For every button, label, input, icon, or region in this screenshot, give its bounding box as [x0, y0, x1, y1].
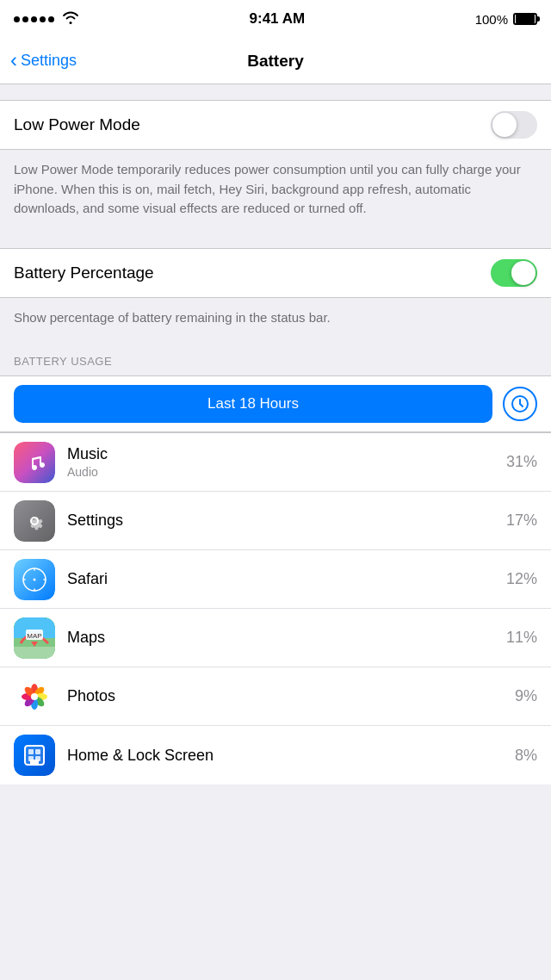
- list-item[interactable]: Home & Lock Screen 8%: [0, 726, 551, 785]
- app-percentage: 31%: [506, 453, 537, 471]
- status-right: 100%: [475, 12, 537, 27]
- app-name: Safari: [67, 570, 506, 588]
- signal-dot-2: [22, 16, 28, 22]
- safari-app-icon: [14, 559, 55, 600]
- app-percentage: 12%: [506, 570, 537, 588]
- svg-point-20: [31, 693, 38, 700]
- svg-text:MAP: MAP: [27, 632, 41, 640]
- clock-icon[interactable]: [503, 387, 537, 421]
- music-app-icon: [14, 442, 55, 483]
- home-lock-app-icon: [14, 735, 55, 776]
- app-name: Photos: [67, 687, 515, 705]
- battery-usage-header: Battery Usage: [0, 341, 551, 375]
- toggle-knob: [492, 113, 517, 137]
- last-18-hours-button[interactable]: Last 18 Hours: [14, 385, 492, 423]
- list-item[interactable]: Music Audio 31%: [0, 433, 551, 492]
- battery-percentage-toggle[interactable]: [491, 259, 537, 287]
- low-power-mode-section: Low Power Mode: [0, 100, 551, 150]
- app-name: Home & Lock Screen: [67, 747, 515, 765]
- battery-percentage-section: Battery Percentage: [0, 248, 551, 298]
- signal-dot-1: [14, 16, 20, 22]
- wifi-icon: [62, 10, 79, 28]
- battery-percentage-description-block: Show percentage of battery remaining in …: [0, 298, 551, 342]
- list-item[interactable]: MAP Maps 11%: [0, 609, 551, 667]
- low-power-description-block: Low Power Mode temporarily reduces power…: [0, 150, 551, 233]
- battery-percentage-label: Battery Percentage: [14, 264, 154, 282]
- battery-icon: [513, 13, 537, 25]
- battery-fill: [516, 15, 535, 23]
- chevron-left-icon: ‹: [10, 50, 17, 71]
- app-percentage: 11%: [506, 629, 537, 647]
- section-gap-2: [0, 233, 551, 248]
- app-info: Safari: [67, 570, 506, 588]
- svg-point-4: [34, 578, 36, 580]
- time-selector-row: Last 18 Hours: [0, 375, 551, 432]
- section-gap-1: [0, 84, 551, 100]
- status-left: [14, 10, 79, 28]
- app-name: Settings: [67, 512, 506, 530]
- app-percentage: 8%: [515, 747, 537, 765]
- photos-app-icon: [14, 676, 55, 717]
- svg-rect-23: [35, 749, 40, 754]
- app-list: Music Audio 31% Settings 17%: [0, 432, 551, 785]
- app-name: Maps: [67, 629, 506, 647]
- app-percentage: 9%: [515, 687, 537, 705]
- app-info: Home & Lock Screen: [67, 747, 515, 765]
- page-title: Battery: [247, 52, 303, 71]
- app-info: Photos: [67, 687, 515, 705]
- app-name: Music: [67, 445, 506, 463]
- toggle-knob-2: [511, 261, 536, 285]
- navigation-bar: ‹ Settings Battery: [0, 38, 551, 84]
- app-info: Maps: [67, 629, 506, 647]
- status-bar: 9:41 AM 100%: [0, 0, 551, 38]
- battery-usage-title: Battery Usage: [14, 355, 112, 368]
- back-button[interactable]: ‹ Settings: [10, 52, 77, 71]
- low-power-description: Low Power Mode temporarily reduces power…: [14, 162, 521, 215]
- list-item[interactable]: Settings 17%: [0, 492, 551, 550]
- low-power-mode-cell: Low Power Mode: [0, 101, 551, 149]
- list-item[interactable]: Safari 12%: [0, 550, 551, 609]
- list-item[interactable]: Photos 9%: [0, 667, 551, 726]
- back-label: Settings: [21, 52, 77, 70]
- app-info: Settings: [67, 512, 506, 530]
- signal-dot-3: [31, 16, 37, 22]
- settings-app-icon: [14, 500, 55, 542]
- app-percentage: 17%: [506, 512, 537, 530]
- app-info: Music Audio: [67, 445, 506, 479]
- battery-percentage-status: 100%: [475, 12, 508, 27]
- status-time: 9:41 AM: [250, 10, 306, 28]
- signal-dots: [14, 16, 54, 22]
- svg-rect-7: [14, 647, 55, 659]
- battery-percentage-cell: Battery Percentage: [0, 249, 551, 297]
- svg-rect-22: [28, 749, 34, 754]
- app-subtitle: Audio: [67, 465, 506, 479]
- maps-app-icon: MAP: [14, 617, 55, 659]
- low-power-mode-label: Low Power Mode: [14, 115, 140, 134]
- signal-dot-5: [48, 16, 54, 22]
- signal-dot-4: [40, 16, 46, 22]
- svg-rect-26: [30, 760, 39, 765]
- low-power-mode-toggle[interactable]: [491, 111, 537, 139]
- battery-percentage-description: Show percentage of battery remaining in …: [14, 310, 331, 325]
